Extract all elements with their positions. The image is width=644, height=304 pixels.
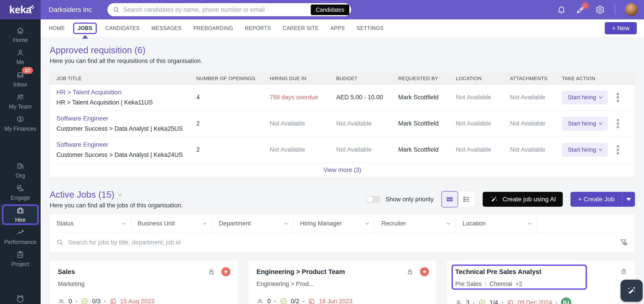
user-avatar[interactable] — [625, 4, 638, 16]
priority-toggle-label: Show only priority — [386, 196, 434, 203]
caret-down-icon — [626, 198, 631, 201]
openings-value: 2 — [190, 120, 263, 127]
sidebar-item-me[interactable]: Me — [0, 46, 40, 68]
filter-hiring-manager[interactable]: Hiring Manager — [293, 214, 374, 233]
new-button[interactable]: + New — [605, 22, 637, 34]
keka-logo[interactable]: keka — [0, 0, 40, 20]
job-title-link[interactable]: HR > Talent Acquisition — [56, 89, 190, 96]
filter-status[interactable]: Status — [50, 214, 131, 233]
create-job-dropdown[interactable] — [622, 192, 635, 207]
candidates-icon — [58, 298, 65, 304]
job-card-engineering[interactable]: ★ Engineering > Product Team Engineering… — [248, 260, 436, 304]
job-card-title[interactable]: Sales — [58, 268, 230, 276]
chevron-down-icon — [284, 221, 288, 224]
global-search-input[interactable] — [123, 6, 311, 13]
gear-icon[interactable] — [595, 5, 605, 14]
row-menu-icon[interactable] — [616, 145, 620, 155]
list-view-button[interactable] — [458, 191, 475, 208]
create-job-label: + Create Job — [570, 192, 622, 207]
filter-business-unit[interactable]: Business Unit — [131, 214, 212, 233]
sidebar-item-inbox[interactable]: 37 Inbox — [0, 68, 40, 90]
job-title-link[interactable]: Software Engineer — [56, 141, 190, 148]
create-job-ai-button[interactable]: Create job using AI — [483, 192, 563, 207]
clear-filter-icon[interactable] — [619, 238, 628, 247]
sidebar-item-partial[interactable] — [0, 295, 40, 303]
view-more-link[interactable]: View more (3) — [323, 166, 361, 174]
chevron-down-icon — [447, 221, 450, 224]
global-search[interactable]: Candidates — [108, 3, 351, 16]
tab-jobs[interactable]: JOBS — [73, 22, 97, 34]
sidebar-item-performance[interactable]: Performance — [0, 226, 40, 248]
sidebar-item-label: Me — [16, 59, 24, 66]
search-icon — [56, 239, 64, 246]
filter-spacer — [537, 214, 635, 233]
check-circle-icon — [81, 298, 88, 304]
active-tab-pointer-icon — [82, 35, 88, 38]
start-hiring-button[interactable]: Start hiring — [562, 90, 608, 104]
job-search-input[interactable] — [68, 239, 619, 246]
tab-jobs-label: JOBS — [78, 25, 92, 31]
bell-icon[interactable] — [557, 5, 566, 14]
row-menu-icon[interactable] — [616, 92, 620, 102]
location-value: Not Available — [449, 146, 503, 153]
more-locations-link[interactable]: +2 — [516, 280, 522, 288]
sidebar-item-label: Home — [13, 37, 28, 43]
filter-label: Recruiter — [381, 220, 406, 227]
requested-by-value: Mark Scottfield — [392, 94, 449, 101]
sidebar-item-my-finances[interactable]: $ My Finances — [0, 112, 40, 134]
create-job-button[interactable]: + Create Job — [570, 192, 635, 207]
tab-home[interactable]: HOME — [49, 25, 65, 31]
sidebar-item-home[interactable]: Home — [0, 24, 40, 46]
engage-icon — [16, 184, 24, 192]
budget-value: Not Available — [330, 120, 392, 127]
job-card-department: Engineering > Prod... — [256, 280, 314, 288]
col-job-title: JOB TITLE — [50, 76, 190, 82]
location-value: Not Available — [449, 120, 503, 127]
start-hiring-label: Start hiring — [568, 146, 596, 153]
sidebar-item-project[interactable]: Project — [0, 248, 40, 270]
grid-view-button[interactable] — [441, 191, 458, 208]
job-card-sales[interactable]: ★ Sales Marketing 0 0/3 — [50, 260, 238, 304]
hired-ratio: 0/2 — [291, 298, 300, 304]
job-title-link[interactable]: Software Engineer — [56, 115, 190, 122]
job-card-title[interactable]: Engineering > Product Team — [256, 268, 428, 276]
home-icon — [16, 27, 24, 35]
view-more-row: View more (3) — [50, 163, 635, 177]
sidebar-item-label: Inbox — [13, 81, 27, 88]
start-hiring-button[interactable]: Start hiring — [562, 143, 608, 157]
collapse-chevron-icon[interactable] — [118, 192, 122, 196]
dot-separator — [76, 300, 77, 302]
sidebar-item-hire[interactable]: Hire — [0, 204, 40, 226]
recruiter-avatar[interactable]: RJ — [561, 298, 571, 304]
sidebar-item-my-team[interactable]: My Team — [0, 90, 40, 112]
tab-career-site[interactable]: CAREER SITE — [282, 25, 318, 31]
search-scope-badge[interactable]: Candidates — [311, 4, 349, 15]
tab-reports[interactable]: REPORTS — [245, 25, 271, 31]
start-hiring-button[interactable]: Start hiring — [562, 117, 608, 131]
filter-department[interactable]: Department — [212, 214, 293, 233]
tab-apps[interactable]: APPS — [330, 25, 345, 31]
ai-assistant-fab[interactable] — [620, 280, 643, 302]
job-card-title[interactable]: Technical Pre Sales Analyst — [455, 268, 627, 276]
magic-wand-icon — [490, 195, 498, 204]
chevron-down-icon — [599, 147, 602, 151]
filter-recruiter[interactable]: Recruiter — [374, 214, 456, 233]
sidebar-item-engage[interactable]: Engage — [0, 182, 40, 204]
filter-location[interactable]: Location — [456, 214, 537, 233]
sidebar-item-org[interactable]: Org — [0, 159, 40, 182]
tab-settings[interactable]: SETTINGS — [356, 25, 384, 31]
col-attachments: ATTACHMENTS — [503, 76, 555, 82]
priority-toggle[interactable] — [366, 196, 380, 203]
tab-preboarding[interactable]: PREBOARDING — [194, 25, 233, 31]
col-location: LOCATION — [449, 76, 503, 82]
openings-value: 4 — [190, 94, 263, 101]
job-card-technical-pre-sales[interactable]: Technical Pre Sales Analyst Pre Sales | … — [447, 260, 635, 304]
tab-candidates[interactable]: CANDIDATES — [105, 25, 140, 31]
tab-messages[interactable]: MESSAGES — [152, 25, 182, 31]
col-requested-by: REQUESTED BY — [392, 76, 449, 82]
sidebar-item-label: My Finances — [4, 126, 36, 132]
row-menu-icon[interactable] — [616, 119, 620, 129]
requested-by-value: Mark Scottfield — [392, 146, 449, 153]
candidates-icon — [455, 299, 462, 304]
list-view-icon — [462, 195, 471, 204]
